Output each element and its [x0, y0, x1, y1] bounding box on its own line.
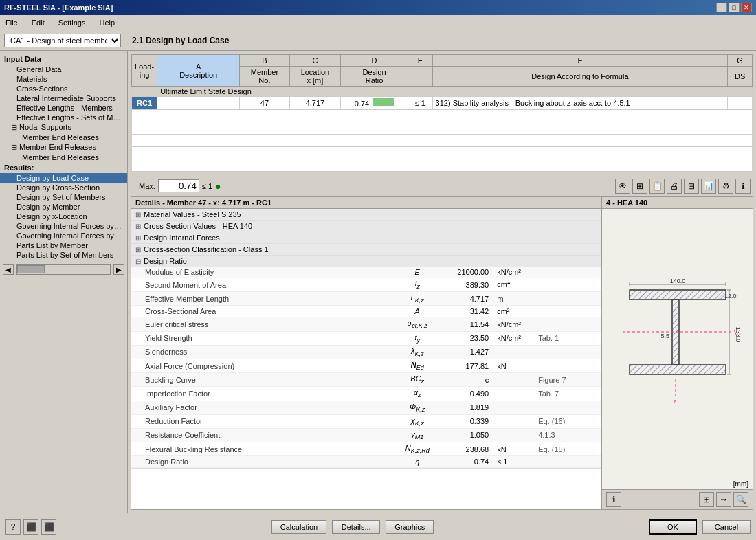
detail-sym-0: E: [390, 267, 445, 278]
detail-val-6: 1.427: [445, 345, 493, 359]
section-header-label: Ultimate Limit State Design: [157, 87, 753, 97]
section-crosssection-values: ⊞ Cross-Section Values - HEA 140: [131, 221, 601, 232]
sidebar-item-design-crosssection[interactable]: Design by Cross-Section: [0, 183, 127, 192]
minimize-button[interactable]: ─: [716, 3, 727, 12]
nav-btn-2[interactable]: ⬛: [23, 519, 38, 535]
section-material-values: ⊞ Material Values - Steel S 235: [131, 209, 601, 221]
window-controls: ─ □ ✕: [716, 3, 752, 12]
detail-sym-5: fy: [390, 331, 445, 345]
close-button[interactable]: ✕: [741, 3, 752, 12]
info-btn[interactable]: ℹ: [735, 179, 751, 194]
detail-sym-4: σcr,K,z: [390, 317, 445, 331]
sidebar-item-design-loadcase[interactable]: Design by Load Case: [0, 173, 127, 183]
nav-btn-1[interactable]: ?: [5, 519, 21, 535]
sidebar-item-nodal-set4[interactable]: Member End Releases: [0, 133, 127, 142]
section-crosssection-title[interactable]: ⊞ Cross-Section Values - HEA 140: [131, 221, 601, 232]
ok-button[interactable]: OK: [649, 519, 697, 535]
info-section-btn[interactable]: ℹ: [606, 492, 621, 507]
print-btn[interactable]: 🖨: [667, 179, 682, 194]
sidebar-item-design-xlocation[interactable]: Design by x-Location: [0, 212, 127, 221]
sidebar-item-eff-lengths-sets[interactable]: Effective Lengths - Sets of Men...: [0, 113, 127, 122]
detail-val-14: 0.74: [445, 456, 493, 468]
detail-ref-7: [534, 359, 601, 372]
sidebar-item-parts-member[interactable]: Parts List by Member: [0, 240, 127, 250]
menu-edit[interactable]: Edit: [29, 18, 47, 27]
view-btn-1[interactable]: 👁: [615, 179, 630, 194]
scroll-left-arrow[interactable]: ◀: [3, 264, 14, 275]
window-title: RF-STEEL SIA - [Example SIA]: [4, 3, 113, 12]
menu-help[interactable]: Help: [96, 18, 118, 27]
graphics-button[interactable]: Graphics: [386, 520, 434, 534]
scrollbar-thumb[interactable]: [17, 265, 45, 273]
detail-name-2: Effective Member Length: [131, 292, 390, 306]
settings-btn[interactable]: ⚙: [718, 179, 733, 194]
table-row[interactable]: RC1 47 4.717 0.74 ≤ 1 312) Stability ana…: [132, 97, 753, 110]
filter-btn[interactable]: ⊟: [684, 179, 699, 194]
hea-section-svg: 140.0 133.0 12.0 5.5: [616, 269, 740, 420]
export-btn[interactable]: 📋: [649, 179, 665, 194]
detail-val-4: 11.54: [445, 317, 493, 331]
section-view-btn1[interactable]: ⊞: [699, 492, 714, 507]
sidebar-item-eff-lengths-members[interactable]: Effective Lengths - Members: [0, 103, 127, 113]
sidebar-item-nodal-supports[interactable]: ⊟ Nodal Supports: [0, 122, 127, 133]
section-view-btn3[interactable]: 🔍: [733, 492, 748, 507]
detail-ref-5: Tab. 1: [534, 331, 601, 345]
detail-val-11: 0.339: [445, 414, 493, 428]
table-toolbar: 👁 ⊞ 📋 🖨 ⊟ 📊 ⚙ ℹ: [615, 179, 751, 194]
nav-btn-3[interactable]: ⬛: [41, 519, 56, 535]
expand-ratio-icon: ⊟: [135, 258, 141, 265]
detail-unit-4: kN/cm²: [493, 317, 534, 331]
chart-btn[interactable]: 📊: [701, 179, 716, 194]
maximize-button[interactable]: □: [729, 3, 740, 12]
calculation-button[interactable]: Calculation: [271, 520, 326, 534]
sidebar-item-gov-forces-s[interactable]: Governing Internal Forces by S...: [0, 231, 127, 240]
max-indicator: ≤ 1: [202, 182, 212, 190]
input-data-title: Input Data: [0, 54, 127, 65]
sidebar-item-design-member[interactable]: Design by Member: [0, 202, 127, 212]
sidebar-item-parts-set[interactable]: Parts List by Set of Members: [0, 250, 127, 260]
results-title: Results:: [0, 162, 127, 173]
cancel-button[interactable]: Cancel: [702, 520, 751, 534]
detail-ref-14: [534, 456, 601, 468]
scroll-right-arrow[interactable]: ▶: [113, 264, 124, 275]
location-cell: 4.717: [289, 97, 340, 110]
case-dropdown[interactable]: CA1 - Design of steel members a...: [4, 34, 121, 47]
col-d-header: D: [341, 55, 408, 67]
sidebar-item-cross-sections[interactable]: Cross-Sections: [0, 84, 127, 93]
detail-ref-1: [534, 278, 601, 292]
section-design-ratio-title[interactable]: ⊟ Design Ratio: [131, 256, 601, 267]
detail-name-1: Second Moment of Area: [131, 278, 390, 292]
section-material-title[interactable]: ⊞ Material Values - Steel S 235: [131, 209, 601, 220]
detail-ref-9: Tab. 7: [534, 387, 601, 401]
bottom-left-area: ? ⬛ ⬛: [5, 519, 56, 535]
empty-row-2: [132, 122, 753, 135]
sidebar-item-materials[interactable]: Materials: [0, 74, 127, 84]
detail-name-8: Buckling Curve: [131, 373, 390, 387]
detail-name-11: Reduction Factor: [131, 414, 390, 428]
detail-row-yield: Yield Strength fy 23.50 kN/cm² Tab. 1: [131, 331, 601, 345]
max-value-input[interactable]: [158, 179, 199, 192]
detail-ref-13: Eq. (15): [534, 442, 601, 456]
sidebar-item-design-setmembers[interactable]: Design by Set of Members: [0, 192, 127, 202]
sidebar-item-member-releases[interactable]: ⊟ Member End Releases: [0, 142, 127, 153]
sidebar-item-gov-forces-m[interactable]: Governing Internal Forces by M...: [0, 221, 127, 231]
ds-cell: [728, 97, 753, 110]
sidebar-item-lateral-supports[interactable]: Lateral Intermediate Supports: [0, 93, 127, 103]
ratio-bar: [373, 98, 394, 106]
horizontal-scrollbar[interactable]: [16, 264, 111, 275]
sidebar-item-general-data[interactable]: General Data: [0, 65, 127, 74]
detail-name-0: Modulus of Elasticity: [131, 267, 390, 278]
menu-settings[interactable]: Settings: [56, 18, 89, 27]
expand-class-icon: ⊞: [135, 246, 141, 254]
details-button[interactable]: Details...: [332, 520, 380, 534]
sidebar-item-release-set4[interactable]: Member End Releases: [0, 153, 127, 162]
detail-unit-2: m: [493, 292, 534, 306]
detail-unit-3: cm²: [493, 306, 534, 317]
section-design-forces: ⊞ Design Internal Forces: [131, 232, 601, 244]
menu-file[interactable]: File: [3, 18, 21, 27]
max-row: Max: ≤ 1 ●: [133, 177, 227, 195]
section-classification-title[interactable]: ⊞ Cross-section Classification - Class 1: [131, 244, 601, 255]
view-btn-2[interactable]: ⊞: [632, 179, 647, 194]
section-design-forces-title[interactable]: ⊞ Design Internal Forces: [131, 232, 601, 243]
section-view-btn2[interactable]: ↔: [716, 492, 731, 507]
